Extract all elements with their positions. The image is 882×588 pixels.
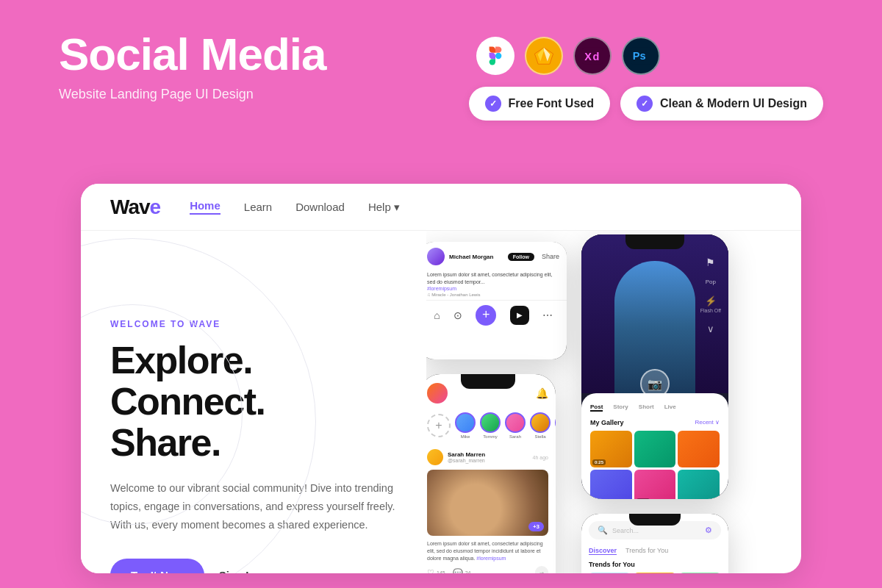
phone2-post1-link: #loremipsum bbox=[476, 556, 506, 561]
phone2-post1-header: Sarah Marren @sarah_marren 4h ago bbox=[427, 449, 548, 465]
try-it-now-button[interactable]: Try It Now bbox=[110, 559, 204, 573]
phone1-fab[interactable]: + bbox=[476, 305, 496, 326]
phone4-tabs: Discover Trends for You bbox=[589, 547, 721, 555]
chevron-down-icon: ▾ bbox=[394, 201, 400, 214]
ps-icon: Ps bbox=[622, 37, 660, 75]
phone4-search-icon: 🔍 bbox=[598, 526, 608, 535]
gallery-label: My Gallery bbox=[590, 419, 624, 426]
story-name-2: Tommy bbox=[483, 434, 497, 439]
phone2-story-mike: Mike bbox=[455, 412, 476, 439]
gallery-recent[interactable]: Recent ∨ bbox=[695, 419, 720, 426]
phone2-story-john: John bbox=[555, 412, 556, 439]
phone2-post1-avatar bbox=[427, 449, 443, 465]
phone-2-screen: 🔔 + Mike Tommy Sarah bbox=[420, 374, 556, 573]
nav-link-download[interactable]: Download bbox=[295, 201, 345, 213]
gallery-item-1: 0:25 bbox=[590, 431, 632, 467]
subtitle: Website Landing Page UI Design bbox=[59, 87, 326, 102]
phone3-sidebar-flag: ⚑ bbox=[706, 257, 715, 268]
phone1-share-btn: Share bbox=[542, 253, 559, 260]
badges: ✓ Free Font Used ✓ Clean & Modern UI Des… bbox=[469, 87, 824, 121]
phone1-follow-btn[interactable]: Follow bbox=[508, 253, 534, 261]
story-avatar-2 bbox=[480, 412, 501, 433]
phone2-post1-name: Sarah Marren bbox=[448, 451, 533, 458]
gallery-item-4 bbox=[590, 470, 632, 499]
phone3-sidebar-pop: Pop bbox=[706, 279, 716, 285]
phone2-comment-action[interactable]: 💬 24 bbox=[453, 568, 471, 573]
logo-accent: e bbox=[150, 196, 161, 218]
story-name-4: Stella bbox=[534, 434, 545, 439]
phone3-notch bbox=[625, 234, 684, 249]
gallery-time-1: 0:25 bbox=[592, 459, 606, 465]
phone3-tabs: Post Story Short Live bbox=[590, 404, 720, 412]
main-title: Social Media bbox=[59, 29, 326, 79]
phone-1-screen: Michael Morgan Follow Share Lorem ipsum … bbox=[420, 242, 567, 359]
phone2-post1-text: Lorem ipsum dolor sit amet, consectetur … bbox=[427, 540, 548, 562]
tab-post[interactable]: Post bbox=[590, 404, 603, 412]
tab-trends[interactable]: Trends for You bbox=[625, 547, 668, 555]
phone-3-screen: ⚑ Pop ⚡ Flash Off ∨ 📷 P bbox=[581, 234, 728, 499]
phone-camera: ⚑ Pop ⚡ Flash Off ∨ 📷 P bbox=[581, 234, 728, 499]
tab-live[interactable]: Live bbox=[664, 404, 676, 412]
free-font-label: Free Font Used bbox=[509, 97, 594, 110]
preview-card: Wave Home Learn Download Help ▾ WELCOME … bbox=[81, 184, 801, 573]
phone2-story-stella: Stella bbox=[530, 412, 551, 439]
welcome-tag: WELCOME TO WAVE bbox=[110, 319, 397, 329]
phone4-filter-icon: ⚙ bbox=[705, 526, 712, 535]
phone1-video-btn: ▶ bbox=[510, 306, 529, 325]
phone1-avatar bbox=[427, 248, 445, 265]
tool-icons: X d Ps bbox=[476, 37, 660, 75]
cta-buttons: Try It Now Sign In bbox=[110, 559, 397, 573]
sketch-icon bbox=[525, 37, 563, 75]
heart-icon: ♡ bbox=[427, 568, 434, 573]
phone3-sidebar-flash: ⚡ Flash Off bbox=[700, 295, 721, 313]
tab-short[interactable]: Short bbox=[639, 404, 654, 412]
sign-in-link[interactable]: Sign In bbox=[219, 569, 256, 573]
phone3-right-sidebar: ⚑ Pop ⚡ Flash Off ∨ bbox=[700, 257, 721, 334]
book-cover-3: 🌿 bbox=[679, 573, 721, 573]
phones-area: Michael Morgan Follow Share Lorem ipsum … bbox=[405, 231, 801, 573]
phone1-username: Michael Morgan bbox=[449, 254, 508, 260]
phone4-notch bbox=[629, 514, 681, 526]
story-name-1: Mike bbox=[461, 434, 470, 439]
story-avatar-1 bbox=[455, 412, 476, 433]
pop-label: Pop bbox=[706, 279, 716, 285]
phone2-post1-handle: @sarah_marren bbox=[448, 458, 533, 463]
phone1-text: Lorem ipsum dolor sit amet, consectetur … bbox=[427, 271, 559, 286]
book1-image: 🦋 bbox=[589, 573, 631, 573]
nav-link-home[interactable]: Home bbox=[190, 199, 220, 215]
right-block: X d Ps ✓ Free Font Used ✓ Clean & Modern… bbox=[469, 29, 824, 121]
phone-social-feed: 🔔 + Mike Tommy Sarah bbox=[420, 374, 556, 573]
nav-link-learn[interactable]: Learn bbox=[244, 201, 272, 213]
phone2-reply-btn[interactable]: → bbox=[535, 566, 548, 573]
phone2-post1-time: 4h ago bbox=[533, 455, 548, 460]
phone2-avatar bbox=[427, 383, 448, 404]
tab-discover[interactable]: Discover bbox=[589, 547, 617, 555]
phone3-gallery-title: My Gallery Recent ∨ bbox=[590, 419, 720, 426]
phone1-more-icon: ⋯ bbox=[542, 309, 553, 321]
flash-label: Flash Off bbox=[700, 308, 721, 313]
story-name-3: Sarah bbox=[509, 434, 521, 439]
check-icon-1: ✓ bbox=[485, 96, 501, 112]
hero-title: Explore. Connect. Share. bbox=[110, 340, 397, 463]
phone1-link: #loremipsum bbox=[427, 286, 559, 291]
phone4-search-input: Search... bbox=[612, 527, 700, 534]
clean-design-label: Clean & Modern UI Design bbox=[660, 97, 807, 110]
tab-story[interactable]: Story bbox=[613, 404, 628, 412]
phone2-like-action[interactable]: ♡ 145 bbox=[427, 568, 445, 573]
gallery-time-5: 0:40 bbox=[637, 498, 650, 499]
clean-design-badge: ✓ Clean & Modern UI Design bbox=[620, 87, 823, 121]
phone2-bell-icon[interactable]: 🔔 bbox=[536, 387, 548, 399]
phone2-post1-image: +3 bbox=[427, 470, 548, 536]
left-content: WELCOME TO WAVE Explore. Connect. Share.… bbox=[81, 231, 426, 573]
book-cover-2: ARE YOU HAPPY NOW? bbox=[634, 573, 675, 573]
gallery-item-6 bbox=[678, 470, 720, 499]
phone3-gallery-panel: Post Story Short Live My Gallery Recent … bbox=[581, 393, 728, 499]
figma-icon bbox=[476, 37, 514, 75]
phone1-home-icon: ⌂ bbox=[434, 309, 440, 321]
nav-link-help[interactable]: Help ▾ bbox=[368, 201, 400, 214]
svg-text:X: X bbox=[584, 51, 592, 62]
flash-icon: ⚡ bbox=[705, 295, 717, 306]
nav-links: Home Learn Download Help ▾ bbox=[190, 199, 400, 215]
phone2-add-story[interactable]: + bbox=[427, 414, 451, 437]
phone1-bottom-nav: ⌂ ⊙ + ▶ ⋯ bbox=[420, 300, 567, 330]
